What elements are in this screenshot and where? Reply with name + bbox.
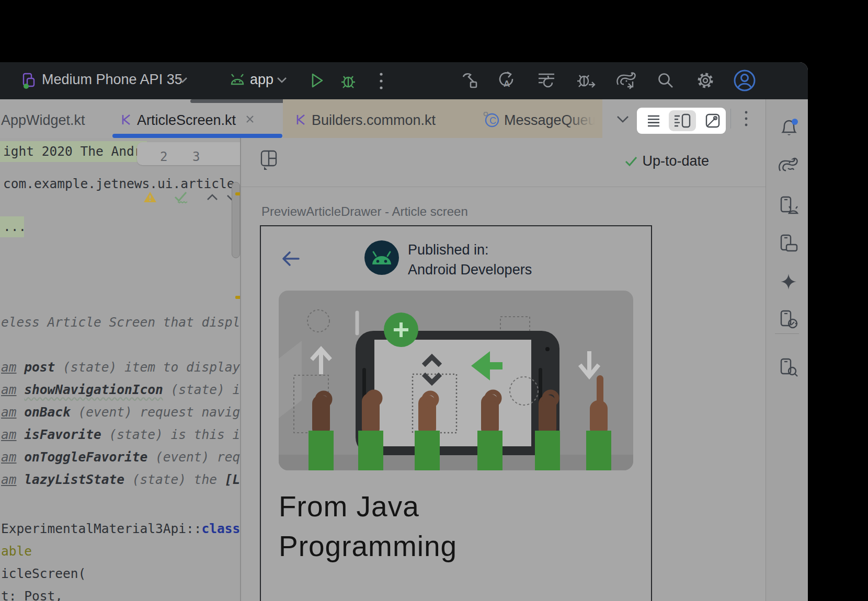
design-view-button[interactable] — [705, 113, 720, 128]
toolbar-separator — [730, 109, 731, 129]
close-tab-icon[interactable] — [245, 114, 255, 124]
class-file-icon: C — [482, 112, 500, 128]
preview-status: Up-to-date — [624, 153, 709, 169]
run-config-chevron-icon[interactable] — [276, 76, 288, 84]
device-icon — [22, 73, 37, 89]
code-line: am isFavorite (state) is this i — [1, 424, 240, 446]
settings-gear-icon[interactable] — [695, 71, 715, 90]
more-actions-button[interactable] — [379, 72, 384, 90]
code-line: am onBack (event) request navig — [1, 401, 240, 423]
passed-count: 3 — [192, 146, 200, 168]
main-toolbar: Medium Phone API 35 app — [0, 62, 808, 99]
code-line: eless Article Screen that displ — [1, 311, 240, 333]
inspection-widget[interactable]: 2 3 — [137, 142, 240, 165]
article-title: From Java Programming — [279, 487, 457, 566]
device-selector[interactable]: Medium Phone API 35 — [42, 72, 182, 88]
run-configuration[interactable]: app — [250, 72, 273, 88]
article-preview-card: Published in: Android Developers — [260, 225, 652, 601]
article-hero-image — [279, 291, 633, 470]
apply-changes-icon[interactable]: A — [497, 71, 517, 90]
android-module-icon — [229, 73, 246, 87]
svg-text:A: A — [504, 79, 510, 89]
tab-options-button[interactable] — [744, 110, 749, 128]
build-hammer-icon[interactable] — [461, 72, 479, 89]
running-devices-icon[interactable] — [779, 234, 798, 253]
code-line: am onToggleFavorite (event) requ — [1, 446, 240, 468]
tab-bar: AppWidget.kt ArticleScreen.kt Builders.c… — [0, 99, 766, 138]
code-line: am lazyListState (state) the [La — [1, 469, 240, 491]
right-tool-window-bar — [766, 99, 808, 601]
gradle-sync-icon[interactable] — [615, 71, 637, 91]
kotlin-file-icon — [120, 114, 132, 125]
preview-toolbar: Up-to-date — [241, 138, 766, 187]
attach-debugger-icon[interactable] — [576, 71, 596, 90]
android-studio-window: Medium Phone API 35 app — [0, 62, 808, 601]
split-editor: ight 2020 The Andr 2 — [0, 138, 766, 601]
device-explorer-icon[interactable] — [779, 357, 798, 377]
code-line: am post (state) item to display — [1, 356, 240, 378]
code-editor[interactable]: ight 2020 The Andr 2 — [0, 138, 240, 601]
back-arrow-icon[interactable] — [281, 249, 301, 268]
svg-text:C: C — [489, 115, 496, 126]
search-everywhere-icon[interactable] — [657, 72, 675, 89]
code-line: able — [1, 540, 32, 562]
kotlin-file-icon — [295, 114, 306, 125]
gradle-elephant-icon[interactable] — [778, 156, 798, 174]
split-view-button[interactable] — [673, 113, 691, 128]
run-button[interactable] — [310, 72, 324, 89]
device-selector-chevron-icon[interactable] — [177, 76, 188, 84]
editor-mode-switcher — [637, 108, 726, 134]
tab-articlescreen[interactable]: ArticleScreen.kt — [137, 112, 236, 129]
warning-count: 2 — [160, 146, 167, 168]
tab-appwidget[interactable]: AppWidget.kt — [1, 112, 85, 129]
code-line: icleScreen( — [1, 563, 86, 585]
gemini-sparkle-icon[interactable] — [780, 273, 797, 291]
screenshot-canvas: Medium Phone API 35 app — [0, 0, 868, 601]
publisher-avatar — [364, 240, 399, 275]
code-line: ... — [3, 216, 26, 238]
tab-label-fade — [566, 99, 602, 138]
code-line: com.example.jetnews.ui.article — [3, 173, 235, 195]
notifications-bell-icon[interactable] — [779, 118, 800, 137]
published-in-label: Published in: — [408, 242, 489, 258]
publisher-name[interactable]: Android Developers — [408, 262, 532, 278]
toolbar-divider — [775, 333, 799, 334]
warning-stripe-mark[interactable] — [235, 296, 240, 299]
code-line: ight 2020 The Andr — [3, 141, 142, 163]
code-line: ExperimentalMaterial3Api::class) — [1, 518, 240, 540]
check-icon — [624, 156, 638, 167]
preview-name-label: PreviewArticleDrawer - Article screen — [261, 204, 468, 219]
code-line: am showNavigationIcon (state) i — [1, 379, 240, 401]
code-line: t: Post, — [1, 585, 63, 601]
device-manager-icon[interactable] — [779, 195, 798, 215]
editor-area: AppWidget.kt ArticleScreen.kt Builders.c… — [0, 99, 766, 601]
active-tab-indicator — [112, 134, 282, 138]
debug-button[interactable] — [340, 72, 357, 89]
preview-canvas[interactable]: PreviewArticleDrawer - Article screen — [241, 187, 766, 601]
tab-list-chevron-icon[interactable] — [616, 115, 630, 123]
layout-orientation-icon[interactable] — [260, 149, 278, 170]
code-view-button[interactable] — [646, 113, 661, 128]
tab-builders-common[interactable]: Builders.common.kt — [312, 112, 436, 129]
warning-stripe-mark[interactable] — [235, 192, 240, 195]
profile-avatar-icon[interactable] — [733, 69, 756, 92]
compose-preview-panel: Up-to-date PreviewArticleDrawer - Articl… — [241, 138, 766, 601]
soft-restart-icon[interactable] — [536, 72, 556, 89]
device-mirroring-icon[interactable] — [779, 309, 798, 329]
